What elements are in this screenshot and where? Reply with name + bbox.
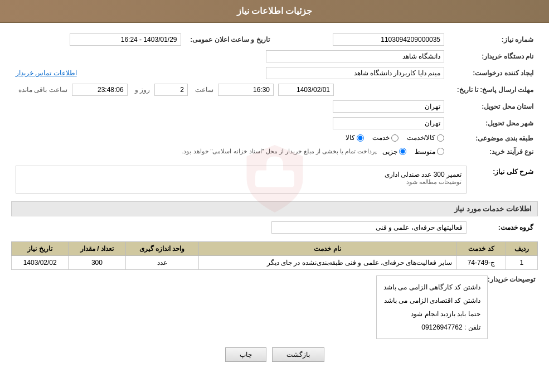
notes-line: داشتن کد کارگاهی الزامی می باشد (383, 280, 480, 294)
general-desc-box: تعمیر 300 عدد صندلی اداری توضیحات مطالعه… (16, 166, 467, 193)
days-label: روز و (135, 86, 150, 94)
city-label: شهر محل تحویل: (449, 115, 538, 132)
city-value: تهران (333, 117, 444, 129)
notes-line: تلفن : 09126947762 (383, 321, 480, 334)
page-header: جزئیات اطلاعات نیاز (0, 0, 549, 23)
buyer-name-label: نام دستگاه خریدار: (449, 48, 538, 65)
category-radio-group: کالا/خدمت خدمت کالا (346, 134, 444, 142)
print-button[interactable]: چاپ (225, 347, 266, 362)
general-desc-label: شرح کلی نیاز: (471, 163, 538, 196)
page-title: جزئیات اطلاعات نیاز (237, 6, 313, 16)
col-unit: واحد اندازه گیری (125, 241, 198, 255)
response-date-value: 1403/02/01 (278, 84, 334, 96)
process-option-2: متوسط (415, 148, 444, 156)
row-province: استان محل تحویل: تهران (11, 98, 538, 115)
province-value: تهران (333, 100, 444, 113)
row-creator: ایجاد کننده درخواست: مینم دایا کاربردار … (11, 65, 538, 81)
category-radio-kala-khadmat[interactable] (437, 134, 444, 142)
service-info-title: اطلاعات خدمات مورد نیاز (11, 201, 538, 216)
category-label: طبقه بندی موضوعی: (449, 132, 538, 146)
creator-value: مینم دایا کاربردار دانشگاه شاهد (266, 67, 444, 79)
row-process-type: نوع فرآیند خرید: متوسط جزیی (11, 146, 538, 158)
button-row: بازگشت چاپ (11, 347, 538, 362)
notes-line: حتما باید بازدید انجام شود (383, 307, 480, 321)
row-need-number: شماره نیاز: 1103094209000035 تاریخ و ساع… (11, 31, 538, 48)
category-option-2: خدمت (372, 134, 399, 142)
col-row-num: ردیف (506, 241, 537, 255)
page-container: جزئیات اطلاعات نیاز شماره نیاز: 11030942… (0, 0, 549, 392)
col-code: کد خدمت (456, 241, 506, 255)
process-option-1: جزیی (382, 148, 406, 156)
table-row: 1 ج-749-74 سایر فعالیت‌های حرفه‌ای، علمی… (12, 255, 538, 269)
service-group-value: فعالیتهای حرفه‌ای، علمی و فنی (271, 221, 467, 234)
service-group-table: گروه خدمت: فعالیتهای حرفه‌ای، علمی و فنی (11, 219, 538, 236)
cell-row-num: 1 (506, 255, 537, 269)
category-radio-khadmat[interactable] (391, 134, 399, 142)
back-button[interactable]: بازگشت (272, 347, 324, 362)
category-label-kala-khadmat: کالا/خدمت (407, 134, 435, 142)
time-value: 16:30 (218, 84, 274, 96)
row-service-group: گروه خدمت: فعالیتهای حرفه‌ای، علمی و فنی (11, 219, 538, 236)
response-deadline-label: مهلت ارسال پاسخ: تا تاریخ: (449, 81, 538, 98)
remain-label: ساعت باقی مانده (18, 86, 67, 94)
row-response-deadline: مهلت ارسال پاسخ: تا تاریخ: ساعت باقی مان… (11, 81, 538, 98)
buyer-notes-row: توصیحات خریدار: داشتن کد کارگاهی الزامی … (11, 275, 538, 339)
need-number-value: 1103094209000035 (333, 33, 444, 46)
datetime-row: ساعت باقی مانده 23:48:06 روز و 2 ساعت 16… (16, 84, 444, 96)
category-option-1: کالا (346, 134, 364, 142)
remain-time: 23:48:06 (72, 84, 128, 96)
content-area: شماره نیاز: 1103094209000035 تاریخ و ساع… (0, 23, 549, 379)
row-category: طبقه بندی موضوعی: کالا/خدمت خدمت (11, 132, 538, 146)
date-value: 1403/01/29 - 16:24 (70, 33, 181, 46)
buyer-notes-label: توصیحات خریدار: (488, 275, 538, 283)
cell-date: 1403/02/02 (12, 255, 69, 269)
general-desc-note: توضیحات مطالعه شود (21, 178, 461, 186)
category-radio-kala[interactable] (357, 134, 364, 142)
province-label: استان محل تحویل: (449, 98, 538, 115)
desc-section: شرح کلی نیاز: تعمیر 300 عدد صندلی اداری … (11, 163, 538, 196)
buyer-notes-box: داشتن کد کارگاهی الزامی می باشدداشتن کد … (376, 275, 488, 339)
general-desc-value: تعمیر 300 عدد صندلی اداری (21, 171, 461, 178)
info-table: شماره نیاز: 1103094209000035 تاریخ و ساع… (11, 31, 538, 158)
cell-name: سایر فعالیت‌های حرفه‌ای، علمی و فنی طبقه… (198, 255, 456, 269)
process-label-medium: متوسط (415, 148, 435, 156)
process-label-partial: جزیی (382, 148, 397, 156)
cell-unit: عدد (125, 255, 198, 269)
process-radio-group: متوسط جزیی (382, 148, 444, 156)
col-date: تاریخ نیاز (12, 241, 69, 255)
buyer-name-value: دانشگاه شاهد (266, 50, 444, 62)
category-label-kala: کالا (346, 134, 355, 142)
row-general-desc: شرح کلی نیاز: تعمیر 300 عدد صندلی اداری … (11, 163, 538, 196)
notes-line: داشتن کد اقتصادی الزامی می باشد (383, 294, 480, 307)
col-quantity: تعداد / مقدار (69, 241, 125, 255)
process-note: پرداخت تمام یا بخشی از مبلغ خریدار از مح… (182, 148, 377, 155)
days-value: 2 (154, 84, 188, 96)
row-city: شهر محل تحویل: تهران (11, 115, 538, 132)
process-radio-medium[interactable] (437, 148, 444, 155)
contact-link[interactable]: اطلاعات تماس خریدار (16, 69, 77, 77)
cell-quantity: 300 (69, 255, 125, 269)
category-option-3: کالا/خدمت (407, 134, 444, 142)
row-buyer-name: نام دستگاه خریدار: دانشگاه شاهد (11, 48, 538, 65)
time-label: ساعت (195, 86, 213, 94)
process-type-label: نوع فرآیند خرید: (449, 146, 538, 158)
creator-label: ایجاد کننده درخواست: (449, 65, 538, 81)
process-radio-partial[interactable] (399, 148, 406, 155)
category-label-khadmat: خدمت (372, 134, 390, 142)
need-number-label: شماره نیاز: (449, 31, 538, 48)
cell-code: ج-749-74 (456, 255, 506, 269)
service-table-header: ردیف کد خدمت نام خدمت واحد اندازه گیری ت… (12, 241, 538, 255)
date-label: تاریخ و ساعت اعلان عمومی: (186, 31, 275, 48)
service-group-label: گروه خدمت: (471, 219, 538, 236)
col-name: نام خدمت (198, 241, 456, 255)
service-table-body: 1 ج-749-74 سایر فعالیت‌های حرفه‌ای، علمی… (12, 255, 538, 269)
service-table: ردیف کد خدمت نام خدمت واحد اندازه گیری ت… (11, 241, 538, 270)
